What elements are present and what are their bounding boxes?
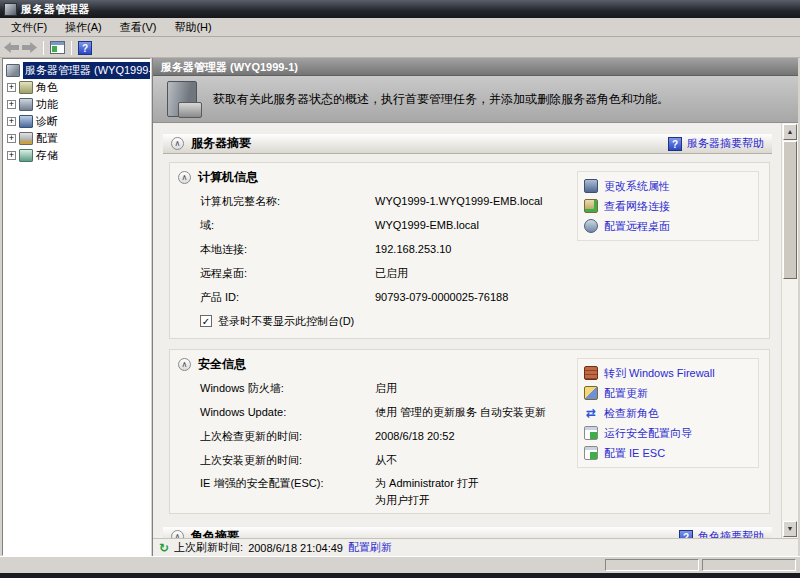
menu-file[interactable]: 文件(F)	[2, 18, 56, 37]
collapse-chevron-icon[interactable]: ∧	[178, 171, 191, 184]
configuration-icon	[19, 132, 33, 145]
vertical-scrollbar[interactable]: ▲ ▼	[781, 123, 798, 538]
link-label[interactable]: 配置远程桌面	[604, 219, 670, 234]
row-label: 计算机完整名称:	[200, 189, 280, 213]
info-row: 产品 ID: 90793-079-0000025-76188	[170, 285, 769, 309]
banner-text: 获取有关此服务器状态的概述，执行首要管理任务，并添加或删除服务器角色和功能。	[213, 91, 669, 108]
server-summary-title: 服务器摘要	[191, 135, 251, 152]
tree-item-storage[interactable]: + 存储	[3, 147, 150, 164]
tree-item-label[interactable]: 功能	[36, 97, 58, 112]
help-icon[interactable]: ?	[78, 41, 92, 55]
expand-plus-icon[interactable]: +	[7, 83, 16, 92]
server-summary-header[interactable]: ∧ 服务器摘要 ? 服务器摘要帮助	[163, 133, 772, 154]
menu-bar: 文件(F) 操作(A) 查看(V) 帮助(H)	[0, 18, 800, 37]
link-label[interactable]: 查看网络连接	[604, 199, 670, 214]
firewall-icon	[584, 366, 598, 380]
row-value: 192.168.253.10	[375, 237, 451, 261]
row-value: 使用 管理的更新服务 自动安装更新	[375, 400, 546, 424]
tree-root-label[interactable]: 服务器管理器 (WYQ1999-1)	[23, 62, 151, 79]
last-refresh-time: 2008/6/18 21:04:49	[248, 542, 343, 554]
row-label: 产品 ID:	[200, 285, 239, 309]
menu-help[interactable]: 帮助(H)	[165, 18, 220, 37]
row-value: 为 Administrator 打开	[375, 475, 479, 492]
status-bar	[0, 556, 800, 573]
link-label[interactable]: 更改系统属性	[604, 179, 670, 194]
link-label[interactable]: 配置 IE ESC	[604, 446, 665, 461]
server-manager-node-icon	[6, 64, 20, 77]
row-label: 上次安装更新的时间:	[200, 448, 302, 472]
row-label: Windows Update:	[200, 400, 286, 424]
collapse-chevron-icon[interactable]: ∧	[171, 530, 184, 538]
refresh-icon: ↻	[159, 542, 169, 554]
link-label[interactable]: 检查新角色	[604, 406, 659, 421]
change-system-properties[interactable]: 更改系统属性	[584, 176, 752, 196]
configure-refresh-link[interactable]: 配置刷新	[348, 540, 392, 555]
row-value: 启用	[375, 376, 397, 400]
link-label[interactable]: 配置更新	[604, 386, 648, 401]
collapse-chevron-icon[interactable]: ∧	[178, 358, 191, 371]
tree-item-diagnostics[interactable]: + 诊断	[3, 113, 150, 130]
roles-icon	[19, 81, 33, 94]
back-icon[interactable]	[4, 42, 19, 53]
row-value: WYQ1999-1.WYQ1999-EMB.local	[375, 189, 543, 213]
remote-desktop-icon	[584, 219, 598, 233]
console-checkbox-row: ✓ 登录时不要显示此控制台(D)	[170, 309, 769, 333]
roles-summary-title: 角色摘要	[191, 528, 239, 538]
configure-updates[interactable]: 配置更新	[584, 383, 752, 403]
server-summary-help-link[interactable]: 服务器摘要帮助	[687, 136, 764, 151]
view-network-connections[interactable]: 查看网络连接	[584, 196, 752, 216]
row-label: 域:	[200, 213, 214, 237]
tree-item-label[interactable]: 诊断	[36, 114, 58, 129]
link-label[interactable]: 转到 Windows Firewall	[604, 366, 715, 381]
tree-item-label[interactable]: 存储	[36, 148, 58, 163]
dont-show-console-checkbox[interactable]: ✓	[200, 315, 212, 327]
last-refresh-label: 上次刷新时间:	[174, 540, 243, 555]
row-value: WYQ1999-EMB.local	[375, 213, 479, 237]
expand-plus-icon[interactable]: +	[7, 100, 16, 109]
tree-item-label[interactable]: 角色	[36, 80, 58, 95]
tree-item-configuration[interactable]: + 配置	[3, 130, 150, 147]
go-to-windows-firewall[interactable]: 转到 Windows Firewall	[584, 363, 752, 383]
security-wizard-icon	[584, 426, 598, 440]
network-connections-icon	[584, 199, 598, 213]
expand-plus-icon[interactable]: +	[7, 134, 16, 143]
server-manager-icon	[4, 3, 17, 16]
collapse-chevron-icon[interactable]: ∧	[171, 137, 184, 150]
expand-plus-icon[interactable]: +	[7, 151, 16, 160]
check-new-roles[interactable]: ⇄ 检查新角色	[584, 403, 752, 423]
tree-root-server-manager[interactable]: 服务器管理器 (WYQ1999-1)	[3, 62, 150, 79]
status-cell	[605, 559, 699, 571]
overview-banner: 获取有关此服务器状态的概述，执行首要管理任务，并添加或删除服务器角色和功能。	[153, 76, 798, 123]
tree-item-roles[interactable]: + 角色	[3, 79, 150, 96]
row-value: 90793-079-0000025-76188	[375, 285, 508, 309]
link-label[interactable]: 运行安全配置向导	[604, 426, 692, 441]
info-row: 远程桌面: 已启用	[170, 261, 769, 285]
scroll-up-icon[interactable]: ▲	[783, 124, 797, 140]
title-bar[interactable]: 服务器管理器	[0, 0, 800, 18]
roles-summary-header[interactable]: ∧ 角色摘要 ? 角色摘要帮助	[163, 526, 772, 538]
console-tree: 服务器管理器 (WYQ1999-1) + 角色 + 功能 + 诊断 + 配置 +…	[2, 58, 151, 556]
scrollbar-thumb[interactable]	[783, 141, 797, 279]
configure-ie-esc[interactable]: 配置 IE ESC	[584, 443, 752, 463]
window-bottom-border	[0, 573, 800, 578]
info-row: IE 增强的安全配置(ESC): 为 Administrator 打开 为用户打…	[170, 472, 769, 508]
menu-view[interactable]: 查看(V)	[111, 18, 166, 37]
help-badge-icon: ?	[668, 137, 682, 151]
show-console-tree-icon[interactable]	[50, 41, 65, 54]
tree-item-features[interactable]: + 功能	[3, 96, 150, 113]
configure-remote-desktop[interactable]: 配置远程桌面	[584, 216, 752, 236]
forward-icon[interactable]	[22, 42, 37, 53]
row-label: 本地连接:	[200, 237, 247, 261]
security-info-panel: ∧ 安全信息 Windows 防火墙: 启用 Windows Update: 使…	[169, 349, 770, 514]
tree-item-label[interactable]: 配置	[36, 131, 58, 146]
row-label: 上次检查更新的时间:	[200, 424, 302, 448]
checkbox-label: 登录时不要显示此控制台(D)	[218, 314, 354, 329]
scroll-down-icon[interactable]: ▼	[783, 521, 797, 537]
run-security-wizard[interactable]: 运行安全配置向导	[584, 423, 752, 443]
roles-summary-help-link[interactable]: 角色摘要帮助	[698, 529, 764, 538]
help-badge-icon: ?	[679, 530, 693, 539]
features-icon	[19, 98, 33, 111]
system-properties-icon	[584, 179, 598, 193]
menu-action[interactable]: 操作(A)	[56, 18, 111, 37]
expand-plus-icon[interactable]: +	[7, 117, 16, 126]
